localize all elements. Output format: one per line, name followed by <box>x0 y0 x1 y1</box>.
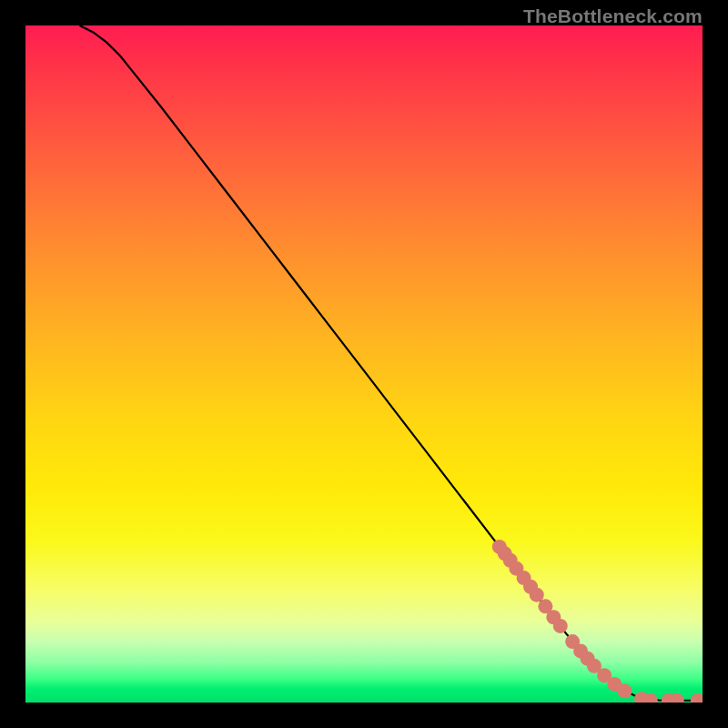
marker-layer <box>492 540 703 703</box>
chart-svg <box>25 25 703 703</box>
attribution-label: TheBottleneck.com <box>523 5 703 27</box>
data-marker <box>530 588 544 602</box>
data-marker <box>553 619 568 633</box>
data-marker <box>617 683 632 698</box>
chart-container: TheBottleneck.com <box>0 0 728 728</box>
curve-path <box>80 25 703 701</box>
plot-area <box>25 25 703 703</box>
data-marker <box>691 693 703 703</box>
line-layer <box>80 25 703 701</box>
